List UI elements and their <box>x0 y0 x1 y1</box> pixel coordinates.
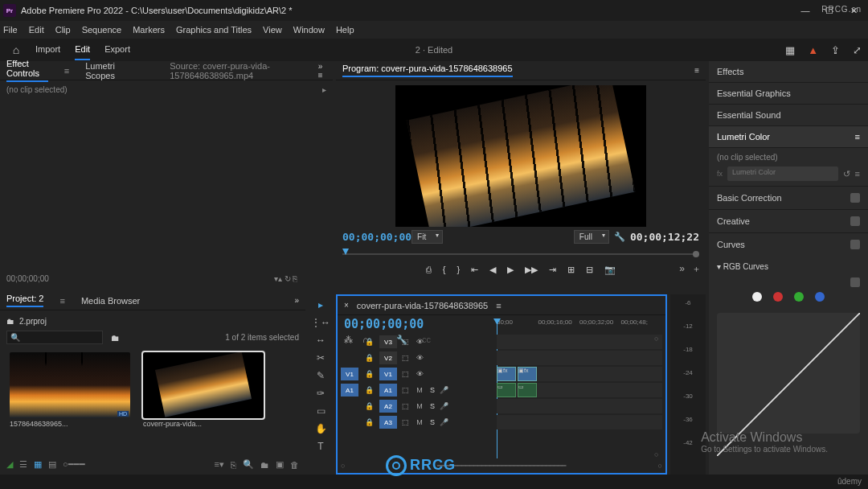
panel-menu-icon[interactable]: » ≡ <box>318 62 326 80</box>
in-button[interactable]: { <box>443 265 446 275</box>
zoom-slider[interactable]: ○━━━ <box>63 459 85 470</box>
bin-icon[interactable]: 🖿 <box>6 317 14 326</box>
menu-window[interactable]: Window <box>293 25 325 35</box>
menu-view[interactable]: View <box>263 25 282 35</box>
track-select-tool[interactable]: ⋮↔ <box>311 317 330 328</box>
new-bin-icon[interactable]: 🖿 <box>260 460 269 470</box>
menu-clip[interactable]: Clip <box>55 25 71 35</box>
menu-icon[interactable]: ≡ <box>855 169 860 179</box>
curve-white-icon[interactable] <box>752 292 762 302</box>
pen-tool[interactable]: ✑ <box>317 388 325 399</box>
delete-icon[interactable]: 🗑 <box>290 460 299 470</box>
audio-clip[interactable]: ▭ <box>497 383 516 397</box>
checkbox-icon[interactable] <box>850 240 860 249</box>
section-creative[interactable]: Creative <box>709 209 868 232</box>
time-ruler[interactable]: 00;00 00;00;16;00 00;00;32;00 00;00;48; <box>497 318 662 330</box>
menu-markers[interactable]: Markers <box>133 25 165 35</box>
section-basic-correction[interactable]: Basic Correction <box>709 186 868 209</box>
panel-menu-icon[interactable]: ≡ <box>855 132 860 142</box>
razor-tool[interactable]: ✂ <box>317 352 325 364</box>
zoom-fit-select[interactable]: Fit <box>411 230 443 244</box>
lumetri-preset-field[interactable]: Lumetri Color <box>727 166 838 181</box>
vscroll-up-icon[interactable]: ○ <box>654 335 661 343</box>
new-item-icon[interactable]: ◢ <box>6 459 13 470</box>
search-input[interactable] <box>6 331 103 344</box>
expand-icon[interactable]: ▸ <box>322 85 326 94</box>
tab-essential-sound[interactable]: Essential Sound <box>709 105 868 126</box>
video-track-v3[interactable]: 🔒V3⬚👁 <box>341 335 662 349</box>
rectangle-tool[interactable]: ▭ <box>317 405 326 417</box>
list-view-icon[interactable]: ☰ <box>19 459 27 470</box>
hand-tool[interactable]: ✋ <box>315 423 327 434</box>
source-label[interactable]: Source: coverr-pura-vida-1578648638965.m… <box>170 61 302 80</box>
share-icon[interactable]: ⇪ <box>831 44 840 56</box>
filter-bin-icon[interactable]: 🖿 <box>111 333 120 343</box>
rgb-curves-header[interactable]: ▾ RGB Curves <box>709 256 868 277</box>
project-item[interactable]: coverr-pura-vida... <box>143 352 264 429</box>
settings-icon[interactable]: 🔧 <box>614 232 625 242</box>
checkbox-icon[interactable] <box>850 216 860 226</box>
tab-effect-controls[interactable]: Effect Controls <box>6 59 48 82</box>
section-curves[interactable]: Curves <box>709 232 868 256</box>
panel-menu-icon[interactable]: ≡ <box>496 301 501 310</box>
out-button[interactable]: } <box>457 265 461 275</box>
video-track-v2[interactable]: 🔒V2⬚👁 <box>341 351 662 365</box>
tab-project[interactable]: Project: 2 <box>6 294 43 307</box>
mark-in-button[interactable]: ⎙ <box>426 265 432 275</box>
fullscreen-icon[interactable]: ⤢ <box>853 44 862 56</box>
menu-sequence[interactable]: Sequence <box>82 25 122 35</box>
menu-graphics[interactable]: Graphics and Titles <box>176 25 252 35</box>
audio-track-a3[interactable]: 🔒A3⬚MS🎤 <box>341 415 662 429</box>
slip-tool[interactable]: ✎ <box>317 370 325 381</box>
project-item[interactable]: HD 1578648638965... <box>10 352 130 429</box>
workspace-export[interactable]: Export <box>104 39 130 60</box>
checkbox-icon[interactable] <box>850 277 860 287</box>
ripple-tool[interactable]: ↔ <box>316 335 326 346</box>
tab-effects[interactable]: Effects <box>709 61 868 83</box>
menu-help[interactable]: Help <box>336 25 354 35</box>
type-tool[interactable]: T <box>317 441 323 452</box>
play-button[interactable]: ▶ <box>507 265 514 275</box>
audio-track-a2[interactable]: 🔒A2⬚MS🎤 <box>341 399 662 413</box>
program-tab[interactable]: Program: coverr-pura-vida-1578648638965 <box>342 64 513 77</box>
curve-red-icon[interactable] <box>773 292 783 302</box>
lift-button[interactable]: ⊞ <box>567 265 575 275</box>
transport-more-icon[interactable]: » <box>679 263 685 274</box>
curve-blue-icon[interactable] <box>815 292 825 302</box>
sequence-tab[interactable]: coverr-pura-vida-1578648638965 <box>357 301 488 310</box>
automate-icon[interactable]: ⎘ <box>231 460 236 470</box>
video-clip[interactable]: ▣fx <box>518 367 537 381</box>
new-item-button[interactable]: ▣ <box>276 459 284 470</box>
checkbox-icon[interactable] <box>850 193 860 203</box>
panel-menu-icon[interactable]: » <box>294 296 299 305</box>
quick-export-icon[interactable]: ▦ <box>785 44 795 56</box>
vscroll-down-icon[interactable]: ○ <box>654 450 661 458</box>
step-back-button[interactable]: ◀ <box>489 265 496 275</box>
extract-button[interactable]: ⊟ <box>586 265 593 275</box>
scrub-end-icon[interactable] <box>693 251 699 257</box>
curve-green-icon[interactable] <box>794 292 804 302</box>
freeform-view-icon[interactable]: ▤ <box>48 459 56 470</box>
program-scrubber[interactable] <box>342 249 699 260</box>
tab-media-browser[interactable]: Media Browser <box>81 296 140 306</box>
find-icon[interactable]: 🔍 <box>243 459 254 470</box>
selection-tool[interactable]: ▸ <box>318 299 323 310</box>
icon-view-icon[interactable]: ▦ <box>34 459 42 470</box>
program-monitor[interactable] <box>395 85 646 227</box>
resolution-select[interactable]: Full <box>574 230 609 244</box>
tab-essential-graphics[interactable]: Essential Graphics <box>709 83 868 105</box>
button-editor-icon[interactable]: ＋ <box>692 263 701 275</box>
go-in-button[interactable]: ⇤ <box>471 265 478 275</box>
video-clip[interactable]: ▣fx <box>497 367 516 381</box>
reset-icon[interactable]: ↺ <box>843 169 850 179</box>
program-tc-left[interactable]: 00;00;00;00 <box>342 231 411 243</box>
bin-name[interactable]: 2.prproj <box>19 317 47 326</box>
home-button[interactable]: ⌂ <box>0 43 32 56</box>
menu-file[interactable]: File <box>3 25 18 35</box>
video-track-v1[interactable]: V1🔒V1⬚👁 ▣fx▣fx <box>341 367 662 381</box>
go-out-button[interactable]: ⇥ <box>549 265 556 275</box>
audio-clip[interactable]: ▭ <box>518 383 537 397</box>
rgb-curve-graph[interactable] <box>717 313 860 434</box>
program-menu-icon[interactable]: ≡ <box>694 66 699 75</box>
minimize-button[interactable]: — <box>794 2 817 18</box>
